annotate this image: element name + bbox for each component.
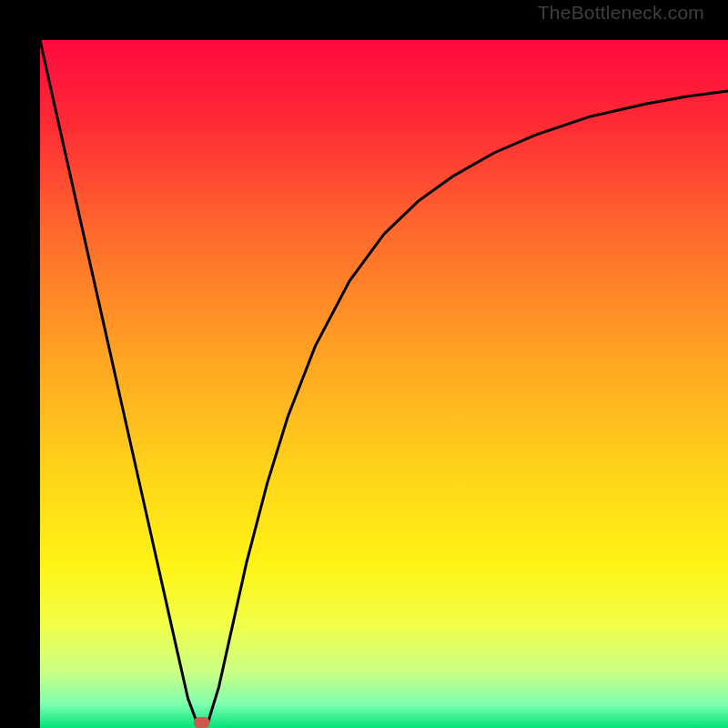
- chart-frame: [0, 0, 728, 728]
- chart-background: [40, 40, 728, 728]
- watermark-text: TheBottleneck.com: [538, 2, 704, 24]
- minimum-marker: [194, 717, 210, 728]
- bottleneck-chart: [40, 40, 728, 728]
